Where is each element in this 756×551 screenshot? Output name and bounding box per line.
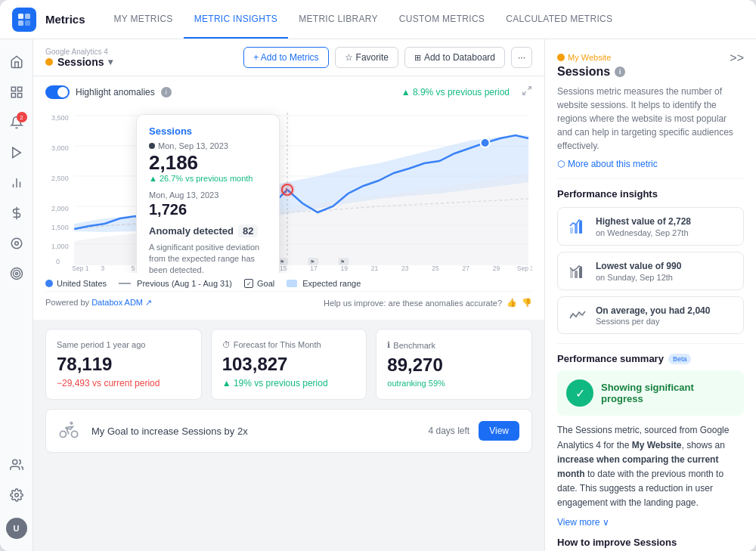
tab-calculated-metrics[interactable]: CALCULATED METRICS: [495, 0, 623, 39]
legend-prev: Previous (Aug 1 - Aug 31): [119, 279, 232, 288]
tab-metric-library[interactable]: METRIC LIBRARY: [288, 0, 389, 39]
svg-marker-8: [12, 147, 20, 158]
sessions-chart: 3,500 3,000 2,500 2,000 1,500 1,000 0: [45, 107, 532, 273]
average-value-sub: Sessions per day: [596, 317, 710, 326]
insight-card-average: On average, you had 2,040 Sessions per d…: [557, 296, 744, 335]
legend-us-dot: [45, 280, 53, 287]
more-options-button[interactable]: ···: [511, 47, 532, 68]
databox-adm-link[interactable]: Databox ADM ↗: [91, 298, 152, 307]
goal-action-button[interactable]: View: [479, 421, 519, 441]
tab-metric-insights[interactable]: METRIC INSIGHTS: [184, 0, 289, 39]
thumbs-up-icon[interactable]: 👍: [507, 298, 517, 308]
svg-point-14: [14, 242, 18, 246]
sidebar-icon-bell[interactable]: [3, 230, 30, 257]
goal-banner: My Goal to increase Sessions by 2x 4 day…: [45, 409, 532, 453]
chart-area: 3,500 3,000 2,500 2,000 1,500 1,000 0: [45, 107, 532, 273]
anomaly-feedback: Help us improve: are these anomalies acc…: [324, 298, 532, 308]
average-insight-text: On average, you had 2,040 Sessions per d…: [596, 305, 710, 327]
legend-goal: ✓ Goal: [244, 279, 274, 288]
svg-point-72: [60, 431, 66, 437]
favorite-label: Favorite: [356, 52, 389, 63]
favorite-button[interactable]: ☆ Favorite: [335, 47, 398, 68]
svg-point-71: [72, 431, 78, 437]
tab-my-metrics[interactable]: MY METRICS: [104, 0, 184, 39]
app-logo: [12, 8, 36, 32]
panel-website: My Website: [557, 53, 611, 62]
stat-year-ago-value: 78,119: [57, 354, 191, 375]
metric-status-dot: [45, 58, 53, 66]
forecast-clock-icon: ⏱: [222, 340, 231, 349]
content-area: Google Analytics 4 Sessions ▾ + Add to M…: [33, 39, 544, 551]
toggle-label: Highlight anomalies: [76, 87, 155, 98]
svg-line-20: [528, 87, 531, 90]
chart-section: Highlight anomalies i ▲ 8.9% vs previous…: [33, 76, 544, 320]
sidebar-icon-grid[interactable]: [3, 79, 30, 106]
highest-value-date: on Wednesday, Sep 27th: [596, 228, 691, 237]
svg-point-19: [14, 494, 18, 497]
average-value-icon: [567, 305, 588, 326]
stat-forecast-change: ▲ 19% vs previous period: [222, 378, 356, 388]
sidebar-icon-chart[interactable]: [3, 169, 30, 197]
link-icon: ⬡: [557, 159, 565, 169]
svg-text:1,500: 1,500: [51, 224, 69, 231]
more-about-metric-link[interactable]: ⬡ More about this metric: [557, 159, 744, 169]
tooltip-date2: Mon, Aug 13, 2023: [149, 190, 267, 200]
highest-insight-text: Highest value of 2,728 on Wednesday, Sep…: [596, 215, 691, 237]
stat-card-benchmark: ℹ Benchmark 89,270 outranking 59%: [376, 329, 532, 400]
anomaly-toggle[interactable]: [45, 85, 70, 99]
goal-days-left: 4 days left: [429, 426, 470, 436]
progress-card: ✓ Showing significant progress: [557, 370, 744, 416]
powered-by-text: Powered by Databox ADM ↗: [45, 298, 152, 308]
metric-dropdown-chevron[interactable]: ▾: [108, 57, 113, 67]
legend-prev-line: [119, 283, 131, 284]
svg-text:⚑: ⚑: [310, 259, 314, 265]
goal-bicycle-icon: [58, 419, 82, 443]
chart-controls: Highlight anomalies i ▲ 8.9% vs previous…: [45, 85, 532, 99]
svg-rect-1: [25, 14, 30, 19]
metric-source-label: Google Analytics 4: [45, 48, 113, 56]
panel-divider-2: [557, 343, 744, 344]
svg-text:17: 17: [310, 265, 318, 272]
sidebar-icon-target[interactable]: [3, 260, 30, 287]
svg-text:25: 25: [432, 265, 439, 272]
average-value-text: On average, you had 2,040: [596, 305, 710, 316]
metric-info-icon[interactable]: i: [615, 67, 625, 77]
how-to-improve-title: How to improve Sessions: [557, 537, 744, 548]
chart-expand-icon[interactable]: [522, 85, 532, 99]
view-more-link[interactable]: View more ∨: [557, 517, 744, 528]
stat-forecast-value: 103,827: [222, 354, 356, 375]
sidebar-icon-home[interactable]: [3, 48, 30, 76]
anomaly-count: 82: [238, 224, 258, 237]
svg-text:15: 15: [280, 265, 287, 272]
performance-body-text: The Sessions metric, sourced from Google…: [557, 423, 744, 510]
vs-period-text: ▲ 8.9% vs previous period: [401, 87, 510, 98]
svg-rect-6: [11, 94, 15, 98]
panel-expand-button[interactable]: >>: [730, 51, 744, 65]
insight-card-lowest: Lowest value of 990 on Sunday, Sep 12th: [557, 252, 744, 290]
svg-text:Sep 1: Sep 1: [72, 265, 89, 272]
svg-text:29: 29: [493, 265, 500, 272]
svg-text:3,500: 3,500: [51, 114, 69, 122]
tooltip-value1: 2,186: [149, 152, 267, 174]
panel-description: Sessions metric measures the number of w…: [557, 85, 744, 153]
add-to-databoard-button[interactable]: ⊞ Add to Databoard: [404, 47, 505, 68]
svg-rect-74: [570, 228, 573, 234]
sidebar-icon-people[interactable]: [3, 451, 30, 478]
sidebar-icon-notifications[interactable]: 2: [3, 109, 30, 136]
svg-text:3,000: 3,000: [51, 144, 69, 152]
sidebar-icon-video[interactable]: [3, 139, 30, 166]
stat-year-ago-title: Same period 1 year ago: [57, 340, 191, 349]
lowest-value-text: Lowest value of 990: [596, 261, 681, 271]
svg-point-18: [12, 460, 17, 464]
add-to-metrics-button[interactable]: + Add to Metrics: [243, 47, 328, 68]
anomaly-info-icon[interactable]: i: [161, 87, 172, 98]
tab-custom-metrics[interactable]: CUSTOM METRICS: [389, 0, 495, 39]
svg-text:2,500: 2,500: [51, 175, 69, 182]
svg-text:19: 19: [340, 265, 348, 272]
sidebar-icon-dollar[interactable]: [3, 200, 30, 227]
sidebar-icon-settings[interactable]: [3, 481, 30, 509]
svg-text:1,000: 1,000: [51, 243, 69, 250]
goal-text: My Goal to increase Sessions by 2x: [91, 426, 248, 437]
sidebar-icon-avatar[interactable]: U: [3, 515, 30, 542]
thumbs-down-icon[interactable]: 👎: [522, 298, 532, 308]
